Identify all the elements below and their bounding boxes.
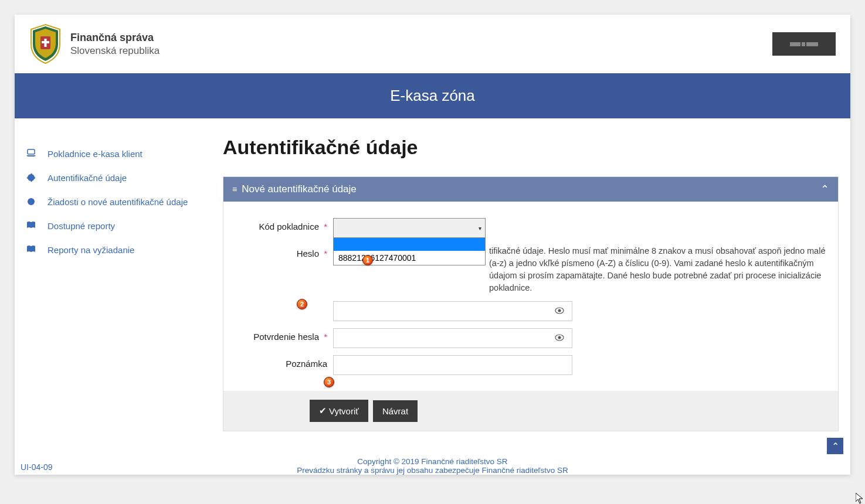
- footer-operation: Prevádzku stránky a správu jej obsahu za…: [26, 466, 839, 475]
- sidebar-item-dostupne-reporty[interactable]: Dostupné reporty: [26, 214, 211, 238]
- header: Finančná správa Slovenská republika: [15, 15, 850, 73]
- panel-footer: ✔Vytvoriť Návrat: [223, 391, 838, 431]
- org-subtitle: Slovenská republika: [70, 45, 160, 57]
- sidebar-item-label: Žiadosti o nové autentifikačné údaje: [48, 196, 188, 208]
- dropdown-option-empty[interactable]: [334, 238, 485, 251]
- svg-point-4: [28, 174, 35, 181]
- kod-dropdown: 88821206127470001: [333, 237, 486, 265]
- check-icon: ✔: [319, 406, 327, 416]
- page-title: Autentifikačné údaje: [223, 136, 839, 159]
- form-row-poznamka: Poznámka: [232, 355, 829, 375]
- sidebar-item-label: Dostupné reporty: [48, 220, 115, 232]
- org-titles: Finančná správa Slovenská republika: [70, 32, 160, 57]
- scroll-to-top-button[interactable]: ⌃: [827, 438, 843, 454]
- panel-body: Kód pokladnice * ▾ 88821206127470001: [223, 202, 838, 391]
- heslo-help-row: Heslo * tifikačné údaje. Heslo musí mať …: [232, 245, 829, 294]
- annotation-1: 1: [362, 255, 373, 265]
- svg-point-5: [28, 198, 35, 205]
- poznamka-input[interactable]: [333, 355, 572, 375]
- obscured-text-icon: [790, 42, 818, 46]
- chevron-up-icon: ⌃: [832, 441, 839, 452]
- svg-rect-2: [42, 41, 49, 43]
- mouse-cursor-icon: [856, 493, 865, 504]
- required-mark: *: [324, 248, 327, 258]
- form-row-kod: Kód pokladnice * ▾ 88821206127470001: [232, 218, 829, 238]
- sidebar-item-reporty-vyziadanie[interactable]: Reporty na vyžiadanie: [26, 238, 211, 262]
- kod-value: ▾ 88821206127470001: [333, 218, 829, 238]
- sidebar-item-label: Autentifikačné údaje: [48, 172, 127, 184]
- potvrdenie-label: Potvrdenie hesla *: [232, 328, 333, 342]
- version-code: UI-04-09: [21, 462, 52, 472]
- sidebar-item-autentifikacne[interactable]: Autentifikačné údaje: [26, 166, 211, 190]
- seal-icon: [26, 197, 37, 206]
- header-left: Finančná správa Slovenská republika: [29, 23, 160, 64]
- logo-icon: [29, 23, 62, 64]
- required-mark: *: [324, 332, 327, 342]
- footer-copyright: Copyright © 2019 Finančné riaditeľstvo S…: [26, 457, 839, 466]
- sidebar-item-label: Pokladnice e-kasa klient: [48, 148, 143, 160]
- heslo-label: Heslo *: [232, 245, 333, 294]
- zone-title-bar: E-kasa zóna: [15, 73, 850, 118]
- zone-title: E-kasa zóna: [390, 87, 475, 104]
- seal-icon: [26, 173, 37, 182]
- main-content: Pokladnice e-kasa klient Autentifikačné …: [15, 118, 850, 451]
- sidebar-item-pokladnice[interactable]: Pokladnice e-kasa klient: [26, 142, 211, 166]
- content-area: Autentifikačné údaje ≡ Nové autentifikač…: [223, 136, 850, 451]
- required-mark: *: [324, 222, 327, 231]
- dropdown-option-code[interactable]: 88821206127470001: [334, 251, 485, 265]
- heslo-input[interactable]: [333, 301, 572, 321]
- list-icon: ≡: [232, 185, 237, 194]
- laptop-icon: [26, 149, 37, 157]
- chevron-down-icon: ▾: [479, 225, 481, 231]
- potvrdenie-input[interactable]: [333, 328, 572, 348]
- book-icon: [26, 245, 37, 253]
- sidebar: Pokladnice e-kasa klient Autentifikačné …: [15, 136, 223, 451]
- create-button[interactable]: ✔Vytvoriť: [310, 400, 368, 422]
- form-row-heslo: [232, 301, 829, 321]
- app-window: Finančná správa Slovenská republika E-ka…: [15, 15, 850, 475]
- back-button[interactable]: Návrat: [373, 400, 418, 422]
- panel-header[interactable]: ≡ Nové autentifikačné údaje ⌃: [223, 177, 838, 202]
- chevron-up-icon: ⌃: [820, 183, 829, 196]
- heslo-input-label: [232, 301, 333, 305]
- book-icon: [26, 221, 37, 229]
- svg-rect-3: [28, 149, 35, 154]
- panel-title: Nové autentifikačné údaje: [242, 183, 357, 195]
- org-name: Finančná správa: [70, 32, 160, 44]
- form-row-potvrdenie: Potvrdenie hesla *: [232, 328, 829, 348]
- annotation-2: 2: [297, 299, 307, 309]
- panel-nove-udaje: ≡ Nové autentifikačné údaje ⌃ Kód poklad…: [223, 176, 839, 431]
- kod-select[interactable]: ▾: [333, 218, 486, 238]
- sidebar-item-label: Reporty na vyžiadanie: [48, 244, 134, 256]
- kod-label: Kód pokladnice *: [232, 218, 333, 231]
- footer: Copyright © 2019 Finančné riaditeľstvo S…: [15, 451, 850, 475]
- sidebar-item-ziadosti[interactable]: Žiadosti o nové autentifikačné údaje: [26, 190, 211, 214]
- header-user-button[interactable]: [772, 32, 836, 56]
- annotation-3: 3: [324, 377, 334, 387]
- poznamka-label: Poznámka: [232, 355, 333, 369]
